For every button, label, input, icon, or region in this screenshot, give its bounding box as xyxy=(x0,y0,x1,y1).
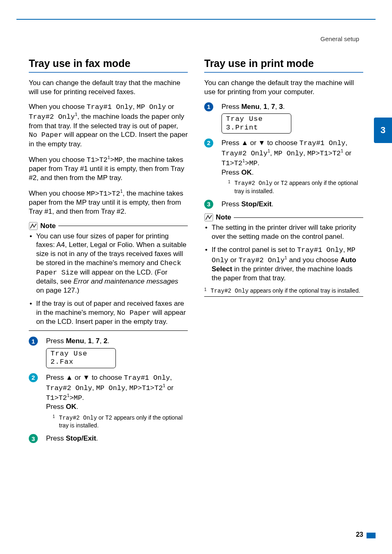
code: >MP xyxy=(245,159,258,167)
left-intro: You can change the default tray that the… xyxy=(29,78,188,97)
lcd-display: Tray Use 2.Fax xyxy=(46,348,116,368)
top-rule xyxy=(16,19,376,20)
note-label: Note xyxy=(216,213,231,222)
footnote-mark: 1 xyxy=(53,414,55,429)
lcd-display: Tray Use 3.Print xyxy=(221,113,291,134)
code: Tray#2 Only xyxy=(59,415,97,421)
t: . xyxy=(272,200,274,208)
t: When you choose xyxy=(29,189,87,197)
page-number-bar xyxy=(367,533,376,538)
t: Press xyxy=(46,434,66,442)
code: Tray#1 Only xyxy=(124,374,170,382)
left-p2: When you choose Tray#1 Only, MP Only or … xyxy=(29,102,188,149)
t: Press xyxy=(221,169,241,176)
code: Tray#2 Only xyxy=(211,288,249,294)
t: to choose xyxy=(265,139,299,147)
note-rule xyxy=(58,226,188,226)
t: . xyxy=(96,434,98,442)
t: . xyxy=(252,169,254,176)
heading-fax: Tray use in fax mode xyxy=(29,58,188,69)
t: . xyxy=(76,403,78,411)
key: 1 xyxy=(88,337,92,345)
t: , xyxy=(125,383,129,391)
note-header: Note xyxy=(204,213,363,222)
note-end-rule xyxy=(204,296,363,297)
note-label: Note xyxy=(40,222,56,230)
right-column: Tray use in print mode You can change th… xyxy=(204,58,363,448)
t: , xyxy=(267,103,271,111)
key: Stop/Exit xyxy=(66,434,96,442)
t: , xyxy=(170,374,172,381)
code: T2 xyxy=(105,415,112,421)
left-column: Tray use in fax mode You can change the … xyxy=(29,58,188,448)
step-number-icon: 3 xyxy=(204,200,213,209)
footnote: 1 Tray#2 Only or T2 appears only if the … xyxy=(228,179,363,194)
heading-rule xyxy=(204,72,363,73)
step-number-icon: 3 xyxy=(29,434,38,443)
t: , xyxy=(303,149,307,157)
step-number-icon: 1 xyxy=(204,102,213,111)
code: MP>T1>T2 xyxy=(129,384,163,392)
t: , xyxy=(346,139,348,147)
heading-print: Tray use in print mode xyxy=(204,58,363,69)
t: or xyxy=(228,256,239,263)
step-2: 2 Press ▲ or ▼ to choose Tray#1 Only, Tr… xyxy=(204,138,363,195)
code: Tray#2 Only xyxy=(46,384,92,392)
key: Menu xyxy=(66,337,84,345)
t: on page 127.) xyxy=(36,286,79,294)
code: MP>T1>T2 xyxy=(87,189,120,197)
t: . xyxy=(258,159,260,167)
code: T1>T2 xyxy=(221,159,242,167)
left-p4: When you choose MP>T1>T21, the machine t… xyxy=(29,188,188,216)
t: to choose xyxy=(90,374,124,381)
note-header: Note xyxy=(29,222,188,230)
note-icon xyxy=(204,213,213,222)
up-arrow-icon: ▲ xyxy=(66,374,73,381)
t: When you choose xyxy=(29,103,87,111)
t: If the control panel is set to xyxy=(212,246,297,254)
chapter-tab: 3 xyxy=(374,118,392,143)
t: or xyxy=(73,374,83,381)
step-number-icon: 2 xyxy=(29,373,38,382)
code: MP Only xyxy=(136,103,166,111)
code: No Paper xyxy=(29,131,62,139)
key: OK xyxy=(241,169,252,176)
page-number: 23 xyxy=(356,531,363,538)
t: . xyxy=(283,103,285,111)
code: Tray#2 Only xyxy=(235,180,272,187)
t: in the printer driver, the machine loads… xyxy=(212,265,353,282)
key: 7 xyxy=(96,337,99,345)
code: >MP xyxy=(69,394,82,402)
code: Tray#1 Only xyxy=(87,103,133,111)
footnote-text: Tray#2 Only or T2 appears only if the op… xyxy=(235,179,363,194)
code: Tray#2 Only xyxy=(238,256,284,264)
note-item: If the tray is out of paper and received… xyxy=(29,299,188,326)
t: , xyxy=(343,246,347,254)
lcd-line: 3.Print xyxy=(226,124,258,132)
note-rule xyxy=(234,217,363,218)
t: . xyxy=(107,337,109,345)
t: Press xyxy=(46,337,66,345)
t: , xyxy=(260,103,263,111)
footnote: 1 Tray#2 Only or T2 appears only if the … xyxy=(53,414,188,429)
down-arrow-icon: ▼ xyxy=(83,374,90,381)
footnote-text: Tray#2 Only or T2 appears only if the op… xyxy=(59,414,188,429)
step-1: 1 Press Menu, 1, 7, 3. Tray Use 3.Print xyxy=(204,102,363,134)
lcd-line: Tray Use xyxy=(226,115,263,123)
t: , xyxy=(84,337,88,345)
step-number-icon: 2 xyxy=(204,138,213,148)
code: No Paper xyxy=(117,309,151,317)
down-arrow-icon: ▼ xyxy=(258,139,265,147)
t: , xyxy=(99,337,103,345)
note-end-rule xyxy=(29,330,188,331)
t: or xyxy=(166,103,174,111)
t: , xyxy=(92,337,96,345)
code: T1>T2 xyxy=(46,394,67,402)
note-item: If the control panel is set to Tray#1 On… xyxy=(204,245,363,283)
t: Press xyxy=(221,200,241,208)
right-intro: You can change the default tray the mach… xyxy=(204,78,363,97)
key: 3 xyxy=(279,103,283,111)
code: Tray#2 Only xyxy=(221,149,267,157)
footnote: 1 Tray#2 Only appears only if the option… xyxy=(204,287,363,295)
code: Tray#2 Only xyxy=(29,113,75,121)
